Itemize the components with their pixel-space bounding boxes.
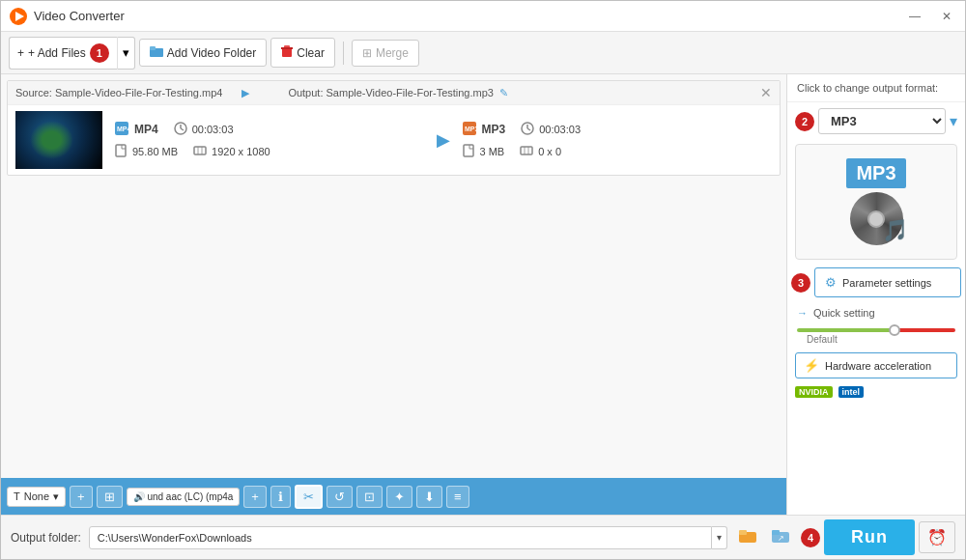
source-size-item: 95.80 MB (114, 144, 178, 159)
output-clock-icon (521, 122, 534, 137)
output-size-item: 3 MB (462, 144, 505, 159)
accel-label: Hardware acceleration (825, 360, 931, 372)
audio-track-select[interactable]: 🔊 und aac (LC) (mp4a (127, 488, 241, 506)
slider-label: Default (797, 332, 955, 347)
close-button[interactable]: ✕ (936, 8, 957, 25)
svg-text:↗: ↗ (778, 534, 784, 543)
effects-button[interactable]: ✦ (386, 486, 412, 508)
output-resolution: 0 x 0 (538, 146, 561, 157)
gpu-badges: NVIDIA intel (795, 384, 957, 400)
mp3-icon: MP3 (462, 121, 477, 138)
format-dropdown[interactable]: MP3 MP4 AVI MOV (818, 108, 946, 134)
open-folder-button[interactable]: ↗ (768, 524, 793, 551)
output-duration-item: 00:03:03 (521, 121, 581, 138)
output-format: MP3 (482, 123, 506, 136)
edit-output-icon[interactable]: ✎ (499, 87, 508, 99)
toolbar-separator (343, 42, 344, 65)
clear-label: Clear (297, 46, 325, 60)
window-title: Video Converter (34, 9, 903, 23)
format-select-row: 2 MP3 MP4 AVI MOV ▾ (787, 102, 965, 140)
clear-button[interactable]: Clear (270, 38, 335, 68)
add-text-button[interactable]: + (70, 486, 93, 508)
audio-toolbar: T None ▾ + ⊞ 🔊 und aac (LC) (mp4a + ℹ ✂ … (1, 478, 786, 515)
conversion-arrow: ▶ (425, 129, 462, 151)
output-resolution-item: 0 x 0 (520, 144, 561, 159)
add-files-split: + + Add Files 1 ▾ (9, 37, 135, 70)
path-dropdown-button[interactable]: ▾ (712, 526, 727, 549)
browse-folder-button[interactable] (735, 524, 760, 551)
dropdown-arrow-icon: ▾ (53, 490, 59, 503)
content-area: Source: Sample-Video-File-For-Testing.mp… (1, 74, 965, 515)
none-label: None (24, 490, 49, 502)
svg-rect-21 (464, 145, 473, 156)
quality-slider: Default (787, 324, 965, 349)
video-thumbnail (15, 111, 102, 169)
mp3-label: MP3 (846, 158, 905, 188)
source-resolution-item: 1920 x 1080 (193, 144, 270, 159)
slider-track[interactable] (797, 328, 955, 332)
svg-rect-13 (194, 147, 206, 154)
format-badge-num: 2 (795, 112, 814, 131)
svg-line-20 (527, 128, 530, 130)
file-list: Source: Sample-Video-File-For-Testing.mp… (1, 74, 786, 478)
format-dropdown-icon: ▾ (950, 112, 957, 130)
accel-icon: ⚡ (804, 358, 819, 373)
add-folder-button[interactable]: Add Video Folder (139, 39, 268, 67)
source-duration: 00:03:03 (192, 124, 234, 135)
add-audio-button[interactable]: + (243, 486, 267, 508)
output-row-2: 3 MB 0 x 0 (462, 144, 773, 159)
add-files-badge: 1 (90, 43, 109, 63)
source-label: Source: Sample-Video-File-For-Testing.mp… (15, 87, 222, 98)
open-folder-icon: ↗ (772, 528, 789, 544)
slider-thumb[interactable] (889, 324, 900, 336)
minimize-button[interactable]: — (903, 8, 926, 25)
rotate-button[interactable]: ↺ (327, 486, 353, 508)
svg-rect-6 (281, 47, 293, 49)
add-folder-label: Add Video Folder (167, 46, 257, 60)
file-close-icon[interactable]: ✕ (760, 85, 772, 100)
subtitle-button[interactable]: ≡ (446, 486, 469, 508)
main-window: Video Converter — ✕ + + Add Files 1 ▾ Ad… (0, 0, 966, 560)
output-duration: 00:03:03 (539, 124, 581, 135)
add-files-button[interactable]: + + Add Files 1 (9, 37, 117, 70)
output-row-1: MP3 MP3 00:03:03 (462, 121, 773, 138)
music-note-icon: 🎵 (882, 218, 908, 243)
run-button[interactable]: Run (824, 519, 915, 555)
window-controls: — ✕ (903, 8, 957, 25)
alarm-button[interactable]: ⏰ (919, 521, 955, 553)
source-format-item: MP4 MP4 (114, 121, 158, 138)
output-format-item: MP3 MP3 (462, 121, 506, 138)
crop-button[interactable]: ⊡ (356, 486, 383, 508)
source-row-2: 95.80 MB 1920 x 1080 (114, 144, 425, 159)
text-none-select[interactable]: T None ▾ (7, 487, 66, 507)
output-resolution-icon (520, 144, 533, 159)
text-icon: T (14, 490, 20, 502)
path-input-group: ▾ (89, 526, 727, 549)
watermark-button[interactable]: ⬇ (416, 486, 442, 508)
svg-rect-12 (116, 145, 126, 156)
audio-track-label: und aac (LC) (mp4a (147, 491, 233, 502)
output-label: Output: Sample-Video-File-For-Testing.mp… (288, 87, 494, 98)
resolution-icon (193, 144, 207, 159)
clock-icon (174, 122, 187, 137)
file-icon (114, 144, 128, 159)
mp3-disc: 🎵 (850, 192, 903, 245)
output-file-icon (462, 144, 475, 159)
add-files-dropdown-button[interactable]: ▾ (117, 37, 135, 70)
merge-button[interactable]: ⊞ Merge (352, 40, 419, 67)
output-info: MP3 MP3 00:03:03 (462, 121, 773, 159)
info-button[interactable]: ℹ (270, 486, 291, 508)
cut-button[interactable]: ✂ (295, 485, 323, 509)
file-item: Source: Sample-Video-File-For-Testing.mp… (7, 80, 781, 176)
run-section: 4 Run ⏰ (801, 519, 955, 555)
source-size: 95.80 MB (132, 146, 178, 157)
acceleration-section: ⚡ Hardware acceleration NVIDIA intel (787, 349, 965, 404)
output-path-input[interactable] (89, 526, 712, 549)
quick-setting-icon: → (797, 307, 808, 319)
hardware-accel-button[interactable]: ⚡ Hardware acceleration (795, 352, 957, 378)
storyboard-button[interactable]: ⊞ (97, 486, 123, 508)
folder-icon (150, 45, 163, 60)
parameter-settings-button[interactable]: ⚙ Parameter settings (814, 267, 961, 297)
source-format: MP4 (134, 123, 158, 136)
output-folder-label: Output folder: (11, 531, 81, 545)
